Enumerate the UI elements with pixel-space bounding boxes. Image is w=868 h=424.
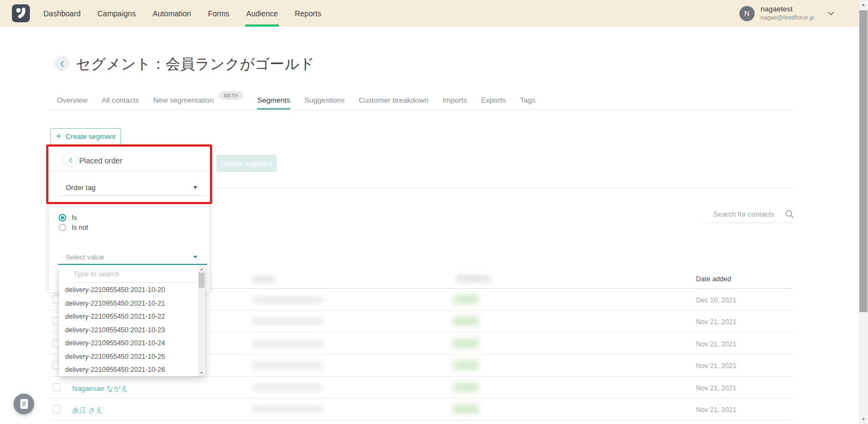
main-nav: DashboardCampaignsAutomationFormsAudienc…	[42, 0, 322, 27]
tab-suggestions[interactable]: Suggestions	[304, 92, 344, 110]
date-added-cell: Nov 21, 2021	[696, 362, 736, 370]
dropdown-scrollbar[interactable]: ▲ ▼	[198, 265, 205, 376]
row-checkbox[interactable]	[53, 383, 61, 391]
scroll-down-icon[interactable]: ▼	[198, 369, 205, 376]
update-segment-button[interactable]: Update segment	[216, 155, 277, 172]
date-added-cell: Nov 21, 2021	[696, 340, 736, 348]
radio-selected-icon	[59, 214, 66, 222]
contact-name-link[interactable]: 永江 さえ	[72, 406, 103, 415]
chevron-left-icon	[68, 157, 73, 163]
tab-customer-breakdown[interactable]: Customer breakdown	[359, 92, 428, 110]
tab-label: All contacts	[101, 96, 139, 104]
brand-logo-icon[interactable]	[12, 4, 30, 22]
audience-tabs: OverviewAll contactsNew segmentationBETA…	[49, 92, 793, 110]
scroll-up-icon[interactable]: ▲	[198, 265, 205, 273]
contact-name-link[interactable]: Nagaesae ながえ	[72, 384, 128, 394]
dropdown-option[interactable]: delivery-2210955450:2021-10-22	[59, 310, 198, 324]
tab-imports[interactable]: Imports	[443, 92, 467, 110]
app-window: DashboardCampaignsAutomationFormsAudienc…	[0, 0, 868, 424]
order-tag-select[interactable]: Order tag	[66, 183, 95, 192]
page-title: セグメント：会員ランクがゴールド	[76, 54, 315, 74]
tab-new-segmentation[interactable]: New segmentationBETA	[153, 92, 243, 110]
value-dropdown: delivery-2210955450:2021-10-20delivery-2…	[59, 265, 205, 376]
tab-exports[interactable]: Exports	[481, 92, 506, 110]
blurred-status-badge	[453, 317, 479, 325]
blurred-status-badge	[453, 361, 479, 369]
chevron-down-icon	[828, 11, 834, 16]
radio-is-not[interactable]: Is not	[59, 224, 88, 231]
help-widget-button[interactable]	[14, 394, 34, 414]
blurred-status-badge	[453, 405, 479, 413]
blurred-column-header	[252, 276, 275, 282]
search-icon[interactable]	[785, 210, 794, 219]
blurred-email	[252, 296, 323, 303]
radio-label: Is	[72, 214, 77, 222]
blurred-column-header	[456, 275, 490, 282]
tab-label: Segments	[257, 96, 290, 104]
scroll-up-icon[interactable]: ▲	[859, 0, 868, 9]
blurred-email	[252, 340, 323, 347]
tab-segments[interactable]: Segments	[257, 92, 290, 110]
create-segment-label: Create segment	[66, 132, 116, 141]
radio-unselected-icon	[59, 224, 66, 231]
tab-label: Customer breakdown	[359, 96, 428, 104]
field-underline	[58, 195, 207, 196]
dropdown-search-input[interactable]	[59, 269, 183, 279]
contact-search-input[interactable]	[703, 210, 785, 219]
blurred-email	[252, 406, 323, 413]
row-checkbox[interactable]	[53, 405, 61, 413]
radio-is[interactable]: Is	[59, 214, 77, 222]
tab-label: Exports	[481, 96, 506, 104]
dropdown-option[interactable]: delivery-2210955450:2021-10-20	[59, 283, 198, 297]
dropdown-option[interactable]: delivery-2210955450:2021-10-26	[59, 363, 198, 376]
nav-item-automation[interactable]: Automation	[151, 0, 192, 27]
filter-back-button[interactable]	[63, 153, 78, 167]
chevron-left-icon	[60, 60, 65, 67]
document-icon	[20, 398, 29, 409]
dropdown-divider	[73, 282, 196, 283]
scroll-down-icon[interactable]: ▼	[859, 415, 868, 424]
date-added-cell: Dec 10, 2021	[696, 296, 736, 304]
nav-item-campaigns[interactable]: Campaigns	[97, 0, 137, 27]
nav-item-audience[interactable]: Audience	[245, 0, 279, 27]
avatar: N	[739, 6, 755, 21]
dropdown-option[interactable]: delivery-2210955450:2021-10-21	[59, 297, 198, 311]
table-row: Nagaesae ながえNov 21, 2021	[48, 377, 793, 399]
dropdown-option[interactable]: delivery-2210955450:2021-10-24	[59, 337, 198, 350]
blurred-status-badge	[453, 383, 479, 391]
dropdown-option[interactable]: delivery-2210955450:2021-10-23	[59, 324, 198, 337]
tab-tags[interactable]: Tags	[520, 92, 535, 110]
date-added-cell: Nov 21, 2021	[696, 318, 736, 326]
dropdown-search	[59, 265, 198, 282]
tab-label: Suggestions	[304, 96, 344, 104]
scrollbar-thumb[interactable]	[199, 273, 205, 288]
tab-label: Imports	[443, 96, 467, 104]
create-segment-button[interactable]: + Create segment	[50, 128, 121, 145]
blurred-email	[252, 362, 323, 369]
scrollbar-thumb[interactable]	[859, 10, 867, 312]
nav-item-forms[interactable]: Forms	[207, 0, 231, 27]
top-nav: DashboardCampaignsAutomationFormsAudienc…	[0, 0, 868, 27]
table-row: 永江 さえNov 21, 2021	[48, 398, 793, 421]
tab-label: New segmentation	[153, 96, 214, 104]
nav-item-reports[interactable]: Reports	[293, 0, 322, 27]
page-scrollbar[interactable]: ▲ ▼	[859, 0, 868, 424]
nav-item-dashboard[interactable]: Dashboard	[42, 0, 82, 27]
dropdown-option[interactable]: delivery-2210955450:2021-10-25	[59, 350, 198, 364]
radio-label: Is not	[72, 224, 88, 231]
tab-overview[interactable]: Overview	[57, 92, 87, 110]
user-info: nagaetest nagae@feedforce.jp	[761, 5, 814, 22]
tab-all-contacts[interactable]: All contacts	[101, 92, 139, 110]
back-button[interactable]	[54, 56, 69, 71]
tab-label: Overview	[57, 96, 87, 104]
date-added-cell: Nov 21, 2021	[696, 384, 736, 392]
filter-title: Placed order	[79, 156, 122, 165]
user-name: nagaetest	[761, 5, 814, 14]
value-select[interactable]: Select value	[66, 253, 104, 261]
value-select-underline	[58, 264, 207, 265]
blurred-email	[252, 318, 323, 325]
beta-badge: BETA	[219, 91, 243, 100]
section-divider	[212, 187, 793, 188]
user-menu[interactable]: N nagaetest nagae@feedforce.jp	[739, 0, 834, 27]
column-header-date-added[interactable]: Date added	[696, 275, 731, 283]
